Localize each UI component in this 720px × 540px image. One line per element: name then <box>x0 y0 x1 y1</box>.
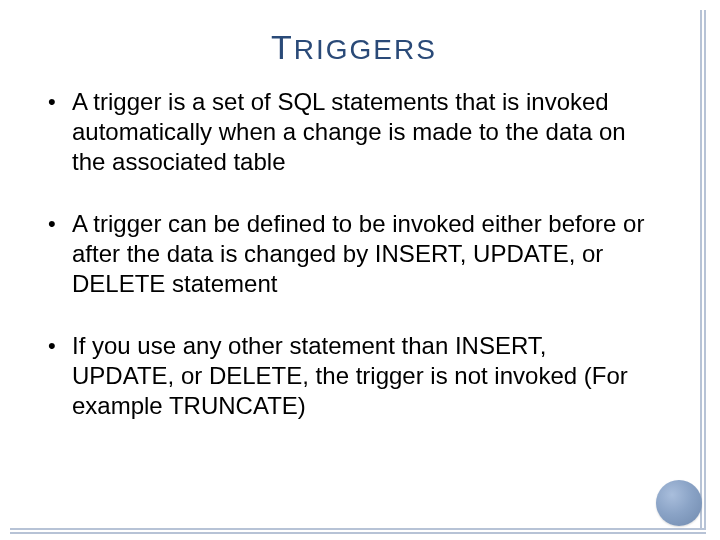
bullet-text: If you use any other statement than INSE… <box>72 331 650 421</box>
bullet-icon: • <box>48 331 66 361</box>
list-item: • If you use any other statement than IN… <box>48 331 650 421</box>
bullet-icon: • <box>48 209 66 239</box>
bullet-text: A trigger can be defined to be invoked e… <box>72 209 650 299</box>
title-initial: T <box>271 28 294 66</box>
horizontal-rule-decor <box>10 528 706 534</box>
title-rest: RIGGERS <box>294 34 437 65</box>
bullet-icon: • <box>48 87 66 117</box>
slide: TRIGGERS • A trigger is a set of SQL sta… <box>0 0 720 540</box>
slide-content: • A trigger is a set of SQL statements t… <box>48 87 660 421</box>
corner-circle-decor <box>656 480 702 526</box>
list-item: • A trigger is a set of SQL statements t… <box>48 87 650 177</box>
bullet-text: A trigger is a set of SQL statements tha… <box>72 87 650 177</box>
slide-title: TRIGGERS <box>48 28 660 67</box>
vertical-rule-decor <box>700 10 706 530</box>
list-item: • A trigger can be defined to be invoked… <box>48 209 650 299</box>
